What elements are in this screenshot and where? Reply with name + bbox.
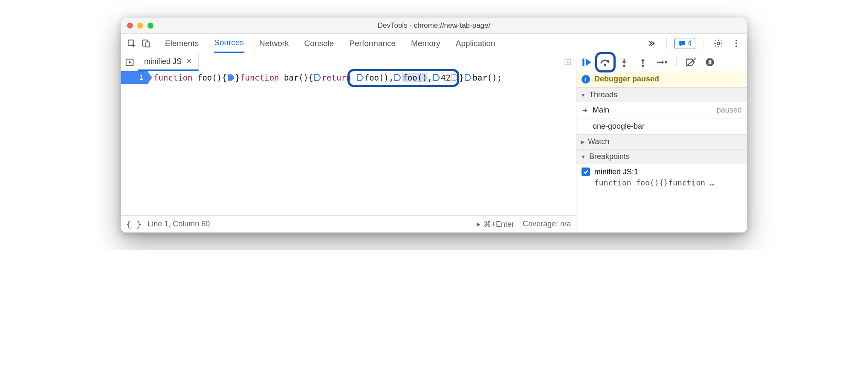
run-snippet-icon[interactable] xyxy=(564,58,576,66)
kebab-menu-icon[interactable] xyxy=(729,39,744,48)
thread-main[interactable]: Main paused xyxy=(576,102,747,118)
sources-pane: minified JS ✕ 1 function foo(){}function… xyxy=(121,53,576,232)
debugger-paused-banner: i Debugger paused xyxy=(576,71,747,87)
pause-on-exceptions-button[interactable] xyxy=(704,56,716,68)
code-content[interactable]: function foo(){}function bar(){return fo… xyxy=(148,71,576,84)
debugger-paused-text: Debugger paused xyxy=(594,75,659,84)
disclosure-triangle-icon: ▼ xyxy=(581,92,586,98)
debugger-toolbar xyxy=(576,53,747,71)
main-toolbar: Elements Sources Network Console Perform… xyxy=(121,34,747,53)
breakpoint-code-preview: function foo(){}function … xyxy=(594,178,715,187)
breakpoint-label: minified JS:1 xyxy=(594,168,715,176)
code-line-1: 1 function foo(){}function bar(){return … xyxy=(121,71,576,84)
step-button[interactable] xyxy=(656,56,668,68)
tab-performance[interactable]: Performance xyxy=(349,34,396,53)
disclosure-triangle-icon: ▼ xyxy=(581,154,586,160)
svg-point-12 xyxy=(642,64,644,67)
source-tab-label: minified JS xyxy=(144,57,182,66)
window-minimize-button[interactable] xyxy=(137,23,143,29)
svg-rect-16 xyxy=(710,60,712,64)
titlebar: DevTools - chrome://new-tab-page/ xyxy=(121,17,747,34)
inspect-element-icon[interactable] xyxy=(124,36,139,51)
svg-point-11 xyxy=(623,64,625,67)
breakpoint-item[interactable]: minified JS:1 function foo(){}function … xyxy=(576,164,747,191)
resume-button[interactable] xyxy=(581,56,593,68)
svg-point-10 xyxy=(604,64,606,66)
svg-point-3 xyxy=(717,42,720,44)
run-hint: ⌘+Enter xyxy=(475,220,514,229)
source-tabs: minified JS ✕ xyxy=(121,53,576,71)
panel-tabs: Elements Sources Network Console Perform… xyxy=(165,34,495,53)
breakpoint-text: minified JS:1 function foo(){}function … xyxy=(594,168,715,187)
breakpoints-section-header[interactable]: ▼ Breakpoints xyxy=(576,149,747,164)
tab-console[interactable]: Console xyxy=(304,34,334,53)
step-marker-icon xyxy=(465,74,472,81)
threads-section-header[interactable]: ▼ Threads xyxy=(576,87,747,102)
deactivate-breakpoints-button[interactable] xyxy=(685,56,697,68)
devtools-window: DevTools - chrome://new-tab-page/ Elemen… xyxy=(121,17,747,233)
code-editor[interactable]: 1 function foo(){}function bar(){return … xyxy=(121,71,576,215)
close-tab-icon[interactable]: ✕ xyxy=(186,57,192,66)
tab-sources[interactable]: Sources xyxy=(214,34,244,53)
messages-badge[interactable]: 4 xyxy=(674,38,695,49)
info-icon: i xyxy=(582,75,590,84)
window-close-button[interactable] xyxy=(127,23,133,29)
disclosure-triangle-icon: ▶ xyxy=(581,139,584,145)
editor-statusbar: { } Line 1, Column 60 ⌘+Enter Coverage: … xyxy=(121,215,576,232)
svg-point-13 xyxy=(665,61,667,64)
settings-gear-icon[interactable] xyxy=(711,39,726,48)
step-out-button[interactable] xyxy=(637,56,649,68)
svg-point-6 xyxy=(735,45,737,47)
step-marker-icon xyxy=(357,74,364,81)
watch-section-header[interactable]: ▶ Watch xyxy=(576,134,747,149)
navigator-toggle-icon[interactable] xyxy=(121,53,138,71)
step-marker-icon xyxy=(451,74,458,81)
step-marker-icon xyxy=(433,74,440,81)
separator xyxy=(676,57,677,67)
tab-network[interactable]: Network xyxy=(259,34,289,53)
step-marker-icon xyxy=(314,74,321,81)
separator xyxy=(703,38,703,49)
svg-rect-15 xyxy=(709,60,710,64)
current-thread-arrow-icon xyxy=(582,107,588,114)
separator xyxy=(158,38,158,49)
thread-one-google-bar[interactable]: one-google-bar xyxy=(576,118,747,134)
execution-marker-icon xyxy=(228,74,234,81)
more-tabs-chevron-icon[interactable] xyxy=(643,39,659,48)
pretty-print-button[interactable]: { } xyxy=(126,219,142,229)
tab-elements[interactable]: Elements xyxy=(165,34,199,53)
svg-rect-9 xyxy=(582,58,584,66)
breakpoint-checkbox[interactable] xyxy=(582,168,590,176)
cursor-position: Line 1, Column 60 xyxy=(148,220,210,228)
debugger-sidebar: i Debugger paused ▼ Threads Main paused … xyxy=(576,53,747,232)
device-toggle-icon[interactable] xyxy=(139,36,153,51)
toolbar-right: 4 xyxy=(643,34,744,53)
svg-point-5 xyxy=(735,43,737,44)
coverage-status: Coverage: n/a xyxy=(523,220,571,228)
tab-memory[interactable]: Memory xyxy=(411,34,440,53)
svg-rect-2 xyxy=(146,42,150,47)
line-number-breakpoint[interactable]: 1 xyxy=(121,71,148,84)
step-into-button[interactable] xyxy=(618,56,630,68)
source-tab-minified-js[interactable]: minified JS ✕ xyxy=(138,53,199,71)
window-maximize-button[interactable] xyxy=(148,23,153,29)
step-marker-icon xyxy=(394,74,401,81)
step-over-button[interactable] xyxy=(599,56,611,68)
separator xyxy=(666,38,667,49)
content-area: minified JS ✕ 1 function foo(){}function… xyxy=(121,53,747,232)
messages-count: 4 xyxy=(688,39,692,48)
window-traffic-lights xyxy=(127,23,153,29)
svg-point-4 xyxy=(735,40,737,41)
tab-application[interactable]: Application xyxy=(456,34,495,53)
window-title: DevTools - chrome://new-tab-page/ xyxy=(378,21,491,30)
